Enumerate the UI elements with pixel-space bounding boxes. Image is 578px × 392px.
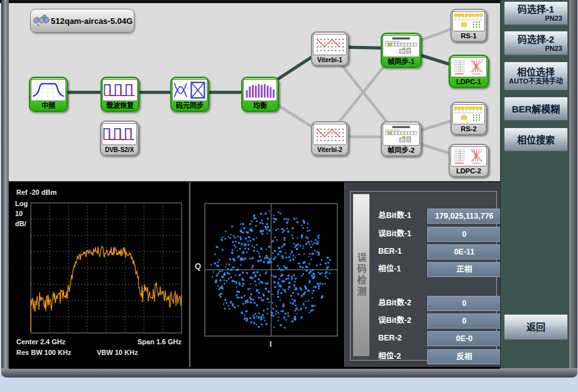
sidebar-button-phase-search[interactable]: 相位搜索 (504, 128, 568, 151)
sidebar-button-label: BER解模糊 (504, 104, 567, 114)
ber-row-label-2: BER-1 (378, 244, 427, 258)
sidebar: 码选择-1PN23码选择-2PN23相位选择AUTO不支持手动BER解模糊相位搜… (500, 0, 569, 368)
flow-block-label: 码元同步 (176, 101, 204, 111)
ber-inner-box: 误码检测 总Bit数-1179,025,113,776误Bit数-10BER-1… (350, 191, 497, 361)
sidebar-button-label: 相位选择 (504, 67, 567, 77)
ber-row-value-0: 179,025,113,776 (427, 209, 501, 224)
window-frame-left (1, 0, 9, 378)
window-frame-bottom (1, 368, 577, 378)
spectrum-vbw-label: VBW 10 KHz (97, 349, 138, 356)
flow-block-label: 帧同步-2 (388, 146, 415, 155)
signal-title-label: 512qam-aircas-5.04G (51, 16, 133, 26)
sidebar-button-code-select-1[interactable]: 码选择-1PN23 (504, 1, 568, 25)
flow-block-label: Viterbi-1 (317, 55, 342, 65)
frame-icon (383, 35, 420, 57)
bandpass-icon (31, 79, 66, 101)
rs-circuit-icon (452, 104, 485, 124)
spectrum-scale-db: dB/ (15, 220, 26, 227)
ber-row-value-3: 正相 (427, 262, 501, 277)
sidebar-button-label: 返回 (504, 322, 567, 332)
frame-icon (383, 124, 420, 146)
ber-row-label-3: 相位-1 (378, 262, 427, 276)
constellation-panel: Q I (189, 182, 344, 367)
ber-row-label-4: 总Bit数-2 (378, 296, 427, 310)
flow-block-symsync[interactable]: 码元同步 (170, 77, 209, 112)
spectrum-plot (30, 202, 182, 334)
spectrum-rbw-label: Res BW 100 KHz (16, 349, 71, 356)
ber-row-label-5: 误Bit数-2 (378, 313, 427, 327)
window-frame-right (569, 0, 577, 378)
flow-block-label: Viterbi-2 (317, 145, 342, 155)
trellis-icon (313, 124, 347, 145)
spectrum-ref-label: Ref -20 dBm (16, 188, 57, 196)
ber-row-label-6: BER-2 (378, 331, 427, 345)
constellation-i-label: I (270, 339, 272, 349)
flow-block-if[interactable]: 中频 (29, 77, 68, 112)
sidebar-button-label: 相位搜索 (504, 134, 567, 145)
flow-block-viterbi2[interactable]: Viterbi-2 (311, 121, 349, 156)
flow-block-framesync2[interactable]: 帧同步-2 (381, 121, 422, 156)
flow-block-label: RS-2 (461, 124, 476, 134)
sidebar-button-sublabel: PN23 (504, 45, 567, 53)
signal-chain-diagram: 512qam-aircas-5.04G 中频载波恢复码元同步均衡DVB-S2/X… (9, 3, 501, 182)
flow-block-label: 中频 (41, 101, 55, 111)
spectrum-center-label: Center 2.4 GHz (16, 338, 65, 346)
spectrum-scale-log: Log (15, 200, 28, 207)
sidebar-button-label: 码选择-1 (504, 4, 567, 14)
ldpc-graph-icon (450, 146, 487, 166)
flow-block-label: RS-1 (461, 31, 476, 41)
satellite-icon (33, 13, 50, 29)
ber-row-value-2: 0E-11 (427, 244, 501, 259)
ldpc-graph-icon (450, 57, 487, 77)
ber-row-label-0: 总Bit数-1 (378, 209, 427, 222)
ber-row-label-7: 相位-2 (378, 349, 427, 363)
ber-row-value-6: 0E-0 (427, 331, 501, 346)
trellis-icon (313, 34, 347, 55)
eye-icon (172, 79, 207, 101)
flow-block-label: 帧同步-1 (388, 57, 415, 67)
ber-readout-panel: 误码检测 总Bit数-1179,025,113,776误Bit数-10BER-1… (344, 182, 501, 367)
spectrum-scale-10: 10 (15, 210, 23, 217)
ber-side-strip: 误码检测 (353, 194, 369, 356)
flow-block-equalizer[interactable]: 均衡 (241, 77, 279, 112)
flow-block-rs1[interactable]: RS-1 (450, 9, 487, 42)
squarewave-icon (102, 79, 138, 101)
constellation-plot (204, 203, 338, 337)
spectrum-analyzer-panel: Ref -20 dBm Log 10 dB/ Center 2.4 GHz Sp… (9, 182, 189, 367)
ber-row-value-4: 0 (427, 296, 501, 311)
sidebar-button-sublabel: PN23 (504, 14, 567, 23)
flow-block-rs2[interactable]: RS-2 (450, 102, 487, 135)
rs-circuit-icon (452, 11, 485, 31)
flow-block-ldpc2[interactable]: LDPC-2 (449, 144, 489, 177)
flow-block-label: 均衡 (253, 101, 267, 111)
flow-block-ldpc1[interactable]: LDPC-1 (449, 55, 489, 88)
flow-block-label: LDPC-2 (456, 166, 481, 176)
sidebar-button-sublabel: AUTO不支持手动 (504, 77, 567, 85)
ber-row-value-5: 0 (427, 313, 501, 329)
flow-block-carrier[interactable]: 载波恢复 (101, 77, 139, 112)
squarewave-icon (102, 123, 137, 145)
flow-block-label: DVB-S2/X (105, 145, 134, 155)
sidebar-button-ber-deambiguity[interactable]: BER解模糊 (504, 97, 568, 121)
equalizer-icon (243, 79, 277, 101)
flow-block-label: LDPC-1 (456, 77, 481, 87)
sidebar-button-back[interactable]: 返回 (504, 314, 568, 340)
ber-row-value-7: 反相 (427, 349, 501, 364)
flow-block-dvb[interactable]: DVB-S2/X (100, 121, 139, 156)
flow-block-label: 载波恢复 (106, 101, 134, 111)
ber-side-label: 误码检测 (355, 253, 368, 298)
signal-title-button[interactable]: 512qam-aircas-5.04G (30, 9, 134, 33)
flow-block-viterbi1[interactable]: Viterbi-1 (311, 31, 349, 66)
spectrum-span-label: Span 1.6 GHz (138, 338, 182, 346)
constellation-q-label: Q (195, 261, 201, 271)
sidebar-button-phase-select[interactable]: 相位选择AUTO不支持手动 (504, 62, 568, 90)
flow-block-framesync1[interactable]: 帧同步-1 (381, 33, 422, 68)
sidebar-button-label: 码选择-2 (504, 34, 567, 45)
sidebar-button-code-select-2[interactable]: 码选择-2PN23 (504, 31, 568, 55)
ber-row-label-1: 误Bit数-1 (378, 227, 427, 241)
ber-row-value-1: 0 (427, 227, 501, 242)
